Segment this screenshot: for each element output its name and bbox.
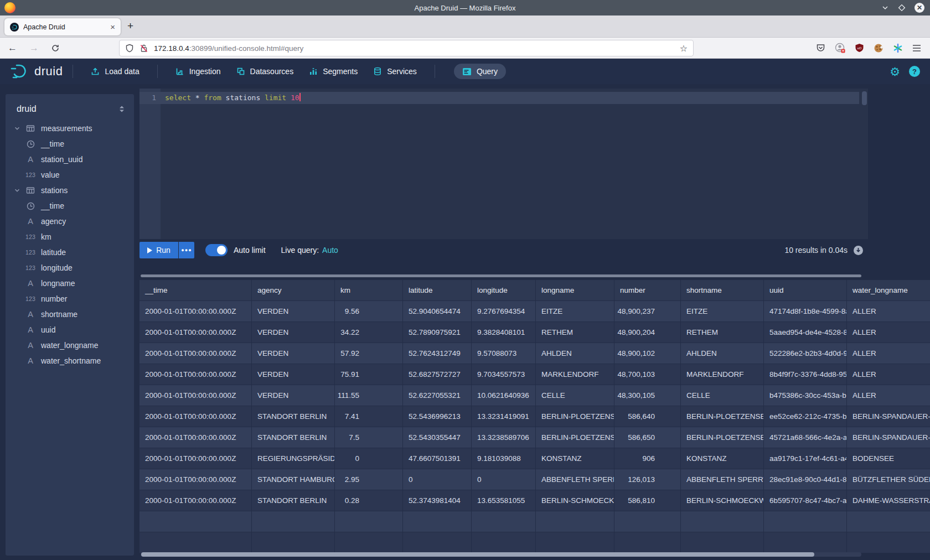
sidebar-item-shortname[interactable]: Ashortname	[6, 307, 134, 322]
window-minimize-icon[interactable]	[881, 4, 889, 12]
pocket-icon[interactable]	[816, 43, 825, 53]
download-icon[interactable]	[853, 245, 864, 256]
cell-shortname[interactable]: EITZE	[681, 301, 764, 322]
table-row[interactable]: 2000-01-01T00:00:00.000ZSTANDORT HAMBURG…	[140, 469, 930, 490]
chevron-down-icon[interactable]	[12, 125, 22, 132]
bookmark-star-icon[interactable]: ☆	[680, 43, 688, 54]
nav-datasources[interactable]: Datasources	[236, 67, 294, 76]
cell-water_longname[interactable]: ALLER	[847, 343, 930, 364]
cell-time[interactable]: 2000-01-01T00:00:00.000Z	[140, 469, 252, 490]
sidebar-item-__time[interactable]: __time	[6, 136, 134, 152]
sidebar-item-__time[interactable]: __time	[6, 198, 134, 214]
table-row[interactable]: 2000-01-01T00:00:00.000ZVERDEN57.9252.76…	[140, 343, 930, 364]
window-maximize-icon[interactable]	[898, 4, 906, 12]
table-row[interactable]: 2000-01-01T00:00:00.000ZVERDEN34.2252.78…	[140, 322, 930, 343]
nav-load-data[interactable]: Load data	[91, 67, 139, 76]
cell-agency[interactable]: VERDEN	[252, 343, 335, 364]
cell-longname[interactable]: CELLE	[536, 385, 614, 406]
help-icon[interactable]: ?	[909, 66, 920, 77]
cell-uuid[interactable]: ee52ce62-212c-4735-b4	[764, 406, 847, 427]
shield-icon[interactable]	[125, 44, 134, 53]
cell-km[interactable]: 9.56	[335, 301, 403, 322]
cell-water_longname[interactable]: ALLER	[847, 322, 930, 343]
chevron-down-icon[interactable]	[12, 187, 22, 194]
cell-km[interactable]: 57.92	[335, 343, 403, 364]
cell-time[interactable]: 2000-01-01T00:00:00.000Z	[140, 448, 252, 469]
cell-water_longname[interactable]: BERLIN-SPANDAUER-S	[847, 427, 930, 448]
cell-longname[interactable]: EITZE	[536, 301, 614, 322]
insecure-lock-icon[interactable]	[140, 44, 148, 53]
table-row[interactable]: 2000-01-01T00:00:00.000ZVERDEN75.9152.68…	[140, 364, 930, 385]
cell-longname[interactable]: KONSTANZ	[536, 448, 614, 469]
cell-longitude[interactable]: 9.3828408101	[472, 322, 536, 343]
cell-shortname[interactable]: BERLIN-PLOETZENSEE C	[681, 406, 764, 427]
column-header-number[interactable]: number	[614, 280, 681, 301]
cell-shortname[interactable]: RETHEM	[681, 322, 764, 343]
cell-longname[interactable]: RETHEM	[536, 322, 614, 343]
table-row[interactable]: 2000-01-01T00:00:00.000ZVERDEN9.5652.904…	[140, 301, 930, 322]
cell-longitude[interactable]: 13.3238589706	[472, 427, 536, 448]
cell-longname[interactable]: ABBENFLETH SPERRWEI	[536, 469, 614, 490]
cell-agency[interactable]: STANDORT BERLIN	[252, 406, 335, 427]
settings-gear-icon[interactable]: ⚙	[890, 66, 900, 77]
cell-number[interactable]: 48,900,237	[614, 301, 681, 322]
cell-latitude[interactable]: 52.3743981404	[403, 490, 472, 511]
cell-uuid[interactable]: 6b595707-8c47-4bc7-a8	[764, 490, 847, 511]
sidebar-item-longitude[interactable]: 123longitude	[6, 260, 134, 276]
cell-time[interactable]: 2000-01-01T00:00:00.000Z	[140, 301, 252, 322]
cookie-icon[interactable]	[874, 43, 884, 53]
cell-latitude[interactable]: 0	[403, 469, 472, 490]
sidebar-item-agency[interactable]: Aagency	[6, 214, 134, 229]
cell-uuid[interactable]: 8b4f9f7c-3376-4dd8-95c	[764, 364, 847, 385]
nav-segments[interactable]: Segments	[309, 67, 358, 76]
cell-water_longname[interactable]: DAHME-WASSERSTRAS	[847, 490, 930, 511]
cell-uuid[interactable]: 522286e2-b2b3-4d0d-9a	[764, 343, 847, 364]
menu-icon[interactable]	[912, 44, 921, 52]
cell-number[interactable]: 126,013	[614, 469, 681, 490]
table-row[interactable]: 2000-01-01T00:00:00.000ZREGIERUNGSPRÄSID…	[140, 448, 930, 469]
sort-icon[interactable]	[118, 105, 125, 113]
url-text[interactable]: 172.18.0.4:30899/unified-console.html#qu…	[154, 44, 680, 53]
cell-agency[interactable]: VERDEN	[252, 385, 335, 406]
sidebar-item-uuid[interactable]: Auuid	[6, 322, 134, 338]
cell-time[interactable]: 2000-01-01T00:00:00.000Z	[140, 385, 252, 406]
cell-longitude[interactable]: 9.7034557573	[472, 364, 536, 385]
sidebar-item-number[interactable]: 123number	[6, 291, 134, 307]
cell-km[interactable]: 2.95	[335, 469, 403, 490]
cell-water_longname[interactable]: BODENSEE	[847, 448, 930, 469]
cell-agency[interactable]: VERDEN	[252, 322, 335, 343]
column-header-time[interactable]: __time	[140, 280, 252, 301]
account-icon[interactable]	[835, 43, 845, 53]
auto-limit-toggle[interactable]	[205, 244, 228, 256]
sidebar-item-station_uuid[interactable]: Astation_uuid	[6, 152, 134, 167]
table-row[interactable]: 2000-01-01T00:00:00.000ZSTANDORT BERLIN0…	[140, 490, 930, 511]
cell-time[interactable]: 2000-01-01T00:00:00.000Z	[140, 427, 252, 448]
browser-tab[interactable]: Apache Druid ×	[4, 18, 121, 35]
column-header-shortname[interactable]: shortname	[681, 280, 764, 301]
cell-time[interactable]: 2000-01-01T00:00:00.000Z	[140, 343, 252, 364]
column-header-agency[interactable]: agency	[252, 280, 335, 301]
sidebar-item-km[interactable]: 123km	[6, 229, 134, 245]
cell-longitude[interactable]: 9.181039088	[472, 448, 536, 469]
cell-km[interactable]: 0	[335, 448, 403, 469]
cell-longitude[interactable]: 13.653581055	[472, 490, 536, 511]
cell-km[interactable]: 7.5	[335, 427, 403, 448]
cell-time[interactable]: 2000-01-01T00:00:00.000Z	[140, 490, 252, 511]
cell-shortname[interactable]: BERLIN-SCHMOECKWITZ	[681, 490, 764, 511]
cell-water_longname[interactable]: BERLIN-SPANDAUER-S	[847, 406, 930, 427]
cell-longitude[interactable]: 9.2767694354	[472, 301, 536, 322]
query-editor[interactable]: 1 select * from stations limit 10	[140, 89, 868, 239]
cell-latitude[interactable]: 52.7624312749	[403, 343, 472, 364]
cell-latitude[interactable]: 52.5436996213	[403, 406, 472, 427]
cell-km[interactable]: 7.41	[335, 406, 403, 427]
cell-longname[interactable]: BERLIN-PLOETZENSEE U	[536, 427, 614, 448]
cell-latitude[interactable]: 52.9040654474	[403, 301, 472, 322]
cell-number[interactable]: 586,650	[614, 427, 681, 448]
column-header-uuid[interactable]: uuid	[764, 280, 847, 301]
table-row[interactable]: 2000-01-01T00:00:00.000ZSTANDORT BERLIN7…	[140, 406, 930, 427]
cell-latitude[interactable]: 52.7890975921	[403, 322, 472, 343]
cell-latitude[interactable]: 52.6827572727	[403, 364, 472, 385]
table-row[interactable]: 2000-01-01T00:00:00.000ZVERDEN111.5552.6…	[140, 385, 930, 406]
tab-close-icon[interactable]: ×	[110, 23, 115, 31]
sidebar-item-stations[interactable]: stations	[6, 183, 134, 198]
